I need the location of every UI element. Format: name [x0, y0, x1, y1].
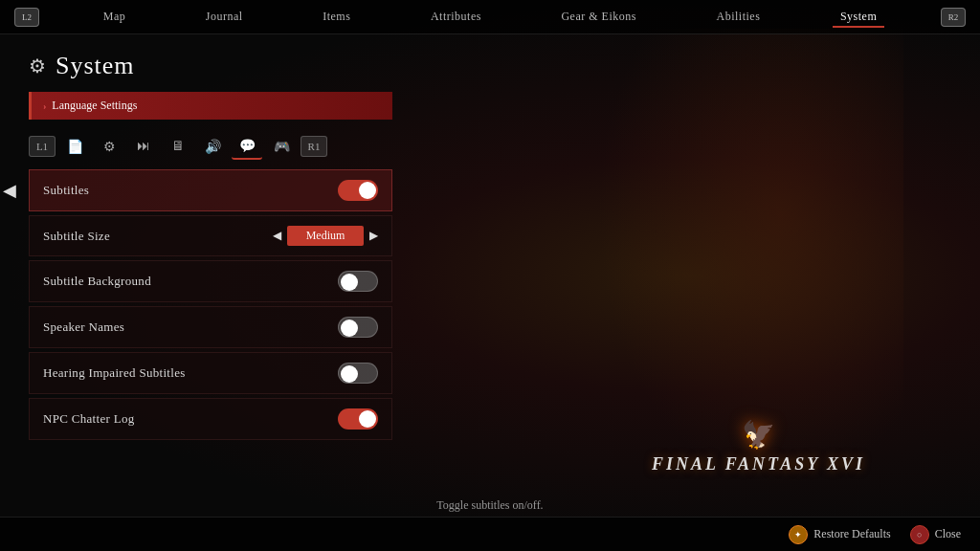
- settings-list: ◀ Subtitles Subtitle Size ◀ Medium ▶ Sub…: [29, 169, 392, 440]
- nav-item-system[interactable]: System: [833, 6, 884, 28]
- l1-button[interactable]: L1: [29, 136, 56, 157]
- subtitles-row[interactable]: ◀ Subtitles: [29, 169, 392, 211]
- npc-chatter-toggle[interactable]: [338, 408, 378, 430]
- subtitle-bg-label: Subtitle Background: [43, 274, 151, 289]
- system-icon: ⚙: [29, 55, 46, 77]
- selector-right-arrow[interactable]: ▶: [369, 229, 378, 243]
- speaker-names-toggle[interactable]: [338, 317, 378, 338]
- language-settings-bar[interactable]: › Language Settings: [29, 92, 392, 120]
- chevron-icon: ›: [43, 100, 46, 111]
- subtitle-size-label: Subtitle Size: [43, 229, 110, 244]
- l2-button[interactable]: L2: [14, 8, 39, 27]
- close-action[interactable]: ○ Close: [910, 525, 961, 544]
- hearing-impaired-row[interactable]: Hearing Impaired Subtitles: [29, 352, 392, 394]
- nav-item-abilities[interactable]: Abilities: [708, 6, 768, 28]
- toggle-knob: [341, 320, 358, 337]
- npc-chatter-row[interactable]: NPC Chatter Log: [29, 398, 392, 440]
- sub-nav-subtitle-icon[interactable]: 💬: [232, 133, 262, 160]
- toggle-knob: [341, 365, 358, 383]
- language-settings-label: Language Settings: [52, 99, 137, 113]
- close-icon: ○: [910, 525, 929, 544]
- speaker-names-label: Speaker Names: [43, 320, 124, 335]
- hint-text: Toggle subtitles on/off.: [436, 498, 543, 512]
- close-label: Close: [935, 527, 961, 541]
- subtitles-toggle[interactable]: [338, 180, 378, 201]
- restore-defaults-icon: ✦: [789, 525, 808, 544]
- toggle-knob: [359, 410, 376, 428]
- sub-nav-audio-icon[interactable]: 🔊: [197, 133, 228, 160]
- logo-title: FINAL FANTASY XVI: [652, 454, 865, 474]
- restore-defaults-action[interactable]: ✦ Restore Defaults: [789, 525, 890, 544]
- nav-items: Map Journal Items Attributes Gear & Eiko…: [44, 6, 936, 28]
- page-title: System: [56, 52, 135, 80]
- r2-button[interactable]: R2: [941, 8, 966, 27]
- subtitle-size-selector[interactable]: ◀ Medium ▶: [273, 226, 378, 246]
- toggle-knob: [359, 182, 376, 199]
- nav-item-attributes[interactable]: Attributes: [423, 6, 489, 28]
- bottom-hint: Toggle subtitles on/off.: [0, 498, 980, 513]
- nav-item-items[interactable]: Items: [315, 6, 358, 28]
- toggle-knob: [341, 274, 358, 291]
- sub-nav: L1 📄 ⚙ ⏭ 🖥 🔊 💬 🎮 R1: [29, 127, 392, 169]
- npc-chatter-label: NPC Chatter Log: [43, 411, 135, 427]
- speaker-names-row[interactable]: Speaker Names: [29, 306, 392, 348]
- subtitle-size-value: Medium: [287, 226, 364, 246]
- r1-button[interactable]: R1: [301, 136, 327, 157]
- sub-nav-skip-icon[interactable]: ⏭: [128, 133, 159, 160]
- bottom-bar: ✦ Restore Defaults ○ Close: [0, 517, 980, 551]
- selector-left-arrow[interactable]: ◀: [273, 229, 281, 243]
- subtitle-bg-row[interactable]: Subtitle Background: [29, 260, 392, 302]
- subtitle-size-row[interactable]: Subtitle Size ◀ Medium ▶: [29, 215, 392, 256]
- cursor-arrow: ◀: [3, 180, 16, 201]
- top-nav: L2 Map Journal Items Attributes Gear & E…: [0, 0, 980, 34]
- sub-nav-display-icon[interactable]: 🖥: [163, 133, 193, 160]
- sub-nav-controller-icon[interactable]: 🎮: [266, 133, 297, 160]
- phoenix-icon: 🦅: [652, 419, 865, 451]
- nav-item-gear[interactable]: Gear & Eikons: [553, 6, 643, 28]
- sub-nav-doc-icon[interactable]: 📄: [59, 133, 90, 160]
- hearing-impaired-toggle[interactable]: [338, 363, 378, 384]
- subtitle-bg-toggle[interactable]: [338, 271, 378, 292]
- subtitles-label: Subtitles: [43, 183, 89, 198]
- hearing-impaired-label: Hearing Impaired Subtitles: [43, 365, 186, 381]
- nav-item-journal[interactable]: Journal: [198, 6, 251, 28]
- logo-area: 🦅 FINAL FANTASY XVI: [652, 419, 865, 474]
- sub-nav-settings-icon[interactable]: ⚙: [94, 133, 124, 160]
- nav-item-map[interactable]: Map: [96, 6, 134, 28]
- left-panel: › Language Settings L1 📄 ⚙ ⏭ 🖥 🔊 💬 🎮 R1 …: [0, 92, 421, 440]
- system-title-area: ⚙ System: [0, 34, 980, 92]
- restore-defaults-label: Restore Defaults: [813, 527, 890, 541]
